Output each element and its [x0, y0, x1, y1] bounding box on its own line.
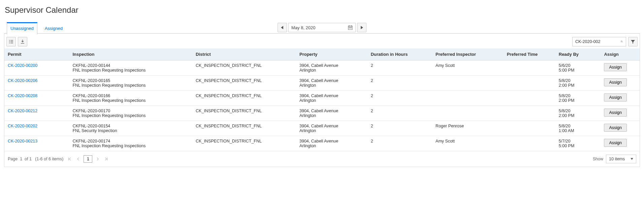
search-input[interactable]: [572, 37, 626, 46]
preferred-inspector-cell: [432, 106, 504, 121]
svg-rect-4: [351, 26, 352, 27]
tab-unassigned[interactable]: Unassigned: [7, 22, 37, 35]
permit-link[interactable]: CK-2020-00208: [8, 93, 37, 98]
col-property[interactable]: Property: [296, 48, 367, 60]
col-permit[interactable]: Permit: [4, 48, 69, 60]
inspection-type: FNL Inspection Requesting Inspections: [72, 83, 189, 88]
col-duration[interactable]: Duration in Hours: [367, 48, 432, 60]
date-next-button[interactable]: [357, 23, 366, 32]
svg-marker-21: [631, 158, 633, 160]
svg-marker-8: [361, 26, 363, 29]
assign-button[interactable]: Assign: [604, 109, 627, 117]
svg-rect-5: [349, 28, 350, 28]
triangle-down-icon: [631, 158, 633, 160]
permit-link[interactable]: CK-2020-00202: [8, 124, 37, 128]
permit-link[interactable]: CK-2020-00213: [8, 139, 37, 144]
pager-next-button[interactable]: [95, 157, 100, 161]
col-ready-by[interactable]: Ready By: [555, 48, 601, 60]
col-inspection[interactable]: Inspection: [69, 48, 192, 60]
ready-time: 2:00 PM: [559, 113, 598, 118]
property-line1: 3904, Cabell Avenue: [299, 93, 364, 98]
assign-button[interactable]: Assign: [604, 63, 627, 71]
property-line2: Arlington: [299, 98, 364, 103]
property-line2: Arlington: [299, 128, 364, 133]
inspection-table: Permit Inspection District Property Dura…: [4, 48, 640, 151]
ready-time: 1:00 AM: [559, 128, 598, 133]
inspection-id: CKFNL-2020-00165: [72, 78, 189, 83]
preferred-inspector-cell: [432, 91, 504, 106]
preferred-inspector-cell: [432, 76, 504, 91]
property-line2: Arlington: [299, 113, 364, 118]
download-button[interactable]: [18, 37, 27, 46]
svg-point-11: [9, 41, 10, 42]
preferred-inspector-cell: Amy Scott: [432, 60, 504, 76]
inspection-id: CKFNL-2020-00174: [72, 139, 189, 144]
pager-page-input[interactable]: [84, 155, 92, 163]
assign-button[interactable]: Assign: [604, 124, 627, 132]
search-icon: [621, 39, 623, 44]
search-button[interactable]: [619, 38, 625, 44]
preferred-inspector-cell: Amy Scott: [432, 136, 504, 151]
ready-time: 5:00 PM: [559, 68, 598, 73]
assign-button[interactable]: Assign: [604, 93, 627, 101]
district-cell: CK_INSPECTION_DISTRICT_FNL: [192, 121, 296, 136]
filter-button[interactable]: [628, 37, 638, 46]
pager-summary: Page 1 of 1 (1-6 of 6 items): [8, 157, 63, 161]
permit-link[interactable]: CK-2020-00206: [8, 78, 37, 83]
last-icon: [104, 157, 108, 161]
table-row: CK-2020-00212CKFNL-2020-00170FNL Inspect…: [4, 106, 640, 121]
inspection-id: CKFNL-2020-00166: [72, 93, 189, 98]
district-cell: CK_INSPECTION_DISTRICT_FNL: [192, 136, 296, 151]
date-prev-button[interactable]: [278, 23, 287, 32]
table-row: CK-2020-00206CKFNL-2020-00165FNL Inspect…: [4, 76, 640, 91]
toolbar: [4, 34, 640, 48]
table-row: CK-2020-00200CKFNL-2020-00144FNL Inspect…: [4, 60, 640, 76]
ready-date: 5/7/20: [559, 139, 598, 144]
ready-date: 5/6/20: [559, 63, 598, 68]
triangle-left-icon: [281, 26, 284, 29]
list-toggle-button[interactable]: [6, 37, 16, 46]
date-field[interactable]: May 8, 2020: [288, 23, 356, 32]
pager-first-button[interactable]: [67, 157, 73, 161]
ready-date: 5/8/20: [559, 109, 598, 113]
col-assign[interactable]: Assign: [601, 48, 640, 60]
property-line1: 3904, Cabell Avenue: [299, 109, 364, 113]
permit-link[interactable]: CK-2020-00212: [8, 109, 37, 113]
topbar: Unassigned Assigned May 8, 2020: [4, 22, 640, 34]
inspection-id: CKFNL-2020-00170: [72, 109, 189, 113]
duration-cell: 2: [367, 121, 432, 136]
list-icon: [9, 39, 13, 44]
ready-time: 2:00 PM: [559, 83, 598, 88]
svg-line-17: [622, 42, 623, 42]
ready-time: 5:00 PM: [559, 144, 598, 148]
col-district[interactable]: District: [192, 48, 296, 60]
permit-link[interactable]: CK-2020-00200: [8, 63, 37, 68]
property-line1: 3904, Cabell Avenue: [299, 139, 364, 144]
ready-time: 2:00 PM: [559, 98, 598, 103]
duration-cell: 2: [367, 91, 432, 106]
assign-button[interactable]: Assign: [604, 78, 627, 86]
svg-marker-0: [281, 26, 283, 29]
inspection-id: CKFNL-2020-00144: [72, 63, 189, 68]
table-row: CK-2020-00213CKFNL-2020-00174FNL Inspect…: [4, 136, 640, 151]
preferred-inspector-cell: Roger Penrose: [432, 121, 504, 136]
pager-last-button[interactable]: [103, 157, 109, 161]
property-line1: 3904, Cabell Avenue: [299, 78, 364, 83]
preferred-time-cell: [504, 136, 555, 151]
col-preferred-inspector[interactable]: Preferred Inspector: [432, 48, 504, 60]
triangle-right-icon: [360, 26, 363, 29]
col-preferred-time[interactable]: Preferred Time: [504, 48, 555, 60]
preferred-time-cell: [504, 60, 555, 76]
grid-panel: Permit Inspection District Property Dura…: [4, 34, 640, 167]
date-nav: May 8, 2020: [278, 23, 366, 32]
duration-cell: 2: [367, 106, 432, 121]
pager-prev-button[interactable]: [75, 157, 81, 161]
svg-point-9: [9, 40, 10, 41]
page-size-dropdown[interactable]: 10 items: [606, 155, 636, 163]
assign-button[interactable]: Assign: [604, 139, 627, 147]
inspection-type: FNL Inspection Requesting Inspections: [72, 144, 189, 148]
district-cell: CK_INSPECTION_DISTRICT_FNL: [192, 76, 296, 91]
tab-assigned[interactable]: Assigned: [43, 22, 64, 34]
duration-cell: 2: [367, 60, 432, 76]
inspection-type: FNL Security Inspection: [72, 128, 189, 133]
